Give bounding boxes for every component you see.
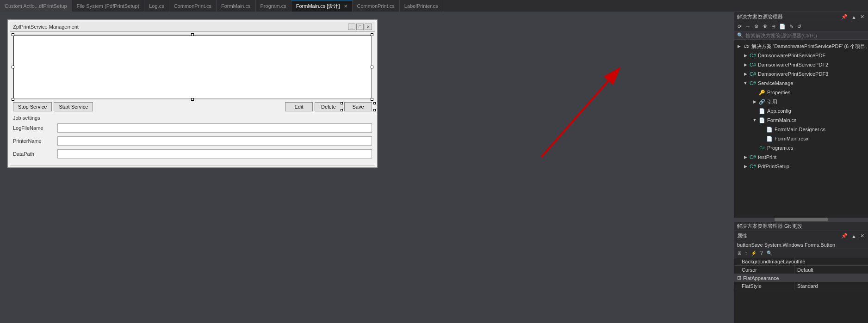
maximize-button[interactable]: □ xyxy=(356,24,364,30)
close-panel-icon[interactable]: ✕ xyxy=(859,13,865,20)
window-buttons: _ □ ✕ xyxy=(348,24,372,30)
start-service-button[interactable]: Start Service xyxy=(54,102,93,111)
se-sync-icon[interactable]: ⟳ xyxy=(736,23,743,30)
prop-val-flatstyle: Standard xyxy=(794,282,868,290)
datapath-input[interactable] xyxy=(57,149,372,158)
arrow-up-icon[interactable]: ▲ xyxy=(850,14,857,20)
form-buttons-row: Stop Service Start Service Edit Delete S… xyxy=(13,102,372,111)
appconfig-label: App.config xyxy=(767,107,791,115)
tree-project-3[interactable]: ▶ C# DamsonwarePrintServicePDF3 xyxy=(734,69,868,79)
tree-appconfig[interactable]: 📄 App.config xyxy=(734,106,868,116)
form-listbox xyxy=(13,35,372,99)
tree-project-2[interactable]: ▶ C# DamsonwarePrintServicePDF2 xyxy=(734,60,868,69)
solution-explorer-title: 解决方案资源管理器 xyxy=(737,13,783,20)
props-search-icon[interactable]: 🔍 xyxy=(765,250,774,256)
tab-formmain-design[interactable]: FormMain.cs [设计] ✕ xyxy=(291,0,353,12)
properties-title: 属性 xyxy=(737,232,747,239)
tab-log[interactable]: Log.cs xyxy=(144,0,169,12)
selection-handle-tr[interactable] xyxy=(371,33,373,36)
save-handle-top-left[interactable] xyxy=(341,102,343,104)
selection-handle-ml[interactable] xyxy=(12,66,14,68)
se-properties-icon[interactable]: ⚙ xyxy=(753,23,760,30)
se-scroll-thumb[interactable] xyxy=(775,218,828,221)
form-body: Stop Service Start Service Edit Delete S… xyxy=(10,32,375,165)
selection-handle-bl[interactable] xyxy=(12,98,14,101)
save-button[interactable]: Save xyxy=(344,102,372,111)
properties-header: 属性 📌 ▲ ✕ xyxy=(734,231,868,241)
edit-button[interactable]: Edit xyxy=(285,102,313,111)
prop-section-flatappearance: ⊞ FlatAppearance xyxy=(734,274,868,282)
project1-icon: C# xyxy=(749,52,756,59)
prop-val-bglayout: Tile xyxy=(794,257,868,265)
selection-handle-bm[interactable] xyxy=(191,98,194,101)
expand-programcs-icon xyxy=(751,144,758,152)
se-scrollbar[interactable] xyxy=(734,218,868,221)
save-handle-bottom-left[interactable] xyxy=(341,109,343,111)
prop-key-bglayout: BackgroundImageLayout xyxy=(734,257,794,265)
tree-project-1[interactable]: ▶ C# DamsonwarePrintServicePDF xyxy=(734,51,868,60)
props-table: BackgroundImageLayout Tile Cursor Defaul… xyxy=(734,257,868,323)
pdfprintsetup-icon: C# xyxy=(749,163,756,170)
tree-properties[interactable]: 🔑 Properties xyxy=(734,88,868,97)
se-search-input[interactable] xyxy=(745,33,865,38)
tab-labelprinter[interactable]: LabelPrinter.cs xyxy=(400,0,443,12)
tab-filesystem[interactable]: File System (PdfPrintSetup) xyxy=(72,0,145,12)
tab-formmain[interactable]: FormMain.cs xyxy=(217,0,256,12)
prop-row-cursor: Cursor Default xyxy=(734,266,868,274)
pin-icon[interactable]: 📌 xyxy=(840,13,849,20)
save-handle-top[interactable] xyxy=(373,102,376,104)
designer-icon: 📄 xyxy=(766,126,773,133)
selection-handle-br[interactable] xyxy=(371,98,373,101)
servicemanage-section: ▼ C# ServiceManage 🔑 Properties ▶ 🔗 引用 xyxy=(734,79,868,152)
se-new-file-icon[interactable]: 📄 xyxy=(778,23,787,30)
field-logfilename-row: LogFileName xyxy=(13,123,372,133)
close-button[interactable]: ✕ xyxy=(365,24,372,30)
delete-button[interactable]: Delete xyxy=(315,102,342,111)
props-pin-icon[interactable]: 📌 xyxy=(840,232,849,239)
tab-commonprint[interactable]: CommonPrint.cs xyxy=(169,0,217,12)
expand-project4-icon: ▼ xyxy=(742,79,749,87)
stop-service-button[interactable]: Stop Service xyxy=(13,102,52,111)
tree-references[interactable]: ▶ 🔗 引用 xyxy=(734,97,868,106)
references-icon: 🔗 xyxy=(758,98,766,105)
tab-commonprint2[interactable]: CommonPrint.cs xyxy=(353,0,400,12)
tab-program[interactable]: Program.cs xyxy=(256,0,291,12)
se-preview-icon[interactable]: 👁 xyxy=(761,23,769,30)
printername-input[interactable] xyxy=(57,136,372,146)
se-refresh-icon[interactable]: ↺ xyxy=(796,23,803,30)
se-filter-icon[interactable]: ⊟ xyxy=(770,23,777,30)
props-close-icon[interactable]: ✕ xyxy=(859,232,865,239)
selection-handle-tl[interactable] xyxy=(12,33,14,36)
tab-custom-action[interactable]: Custom Actio...dfPrintSetup xyxy=(0,0,72,12)
right-panel: 解决方案资源管理器 📌 ▲ ✕ ⟳ ← ⚙ 👁 ⊟ 📄 ✎ ↺ 🔍 xyxy=(734,12,868,323)
tree-formmain-designer[interactable]: 📄 FormMain.Designer.cs xyxy=(734,125,868,134)
tab-bar: Custom Actio...dfPrintSetup File System … xyxy=(0,0,868,12)
expand-project2-icon: ▶ xyxy=(742,61,749,69)
formmain-label: FormMain.cs xyxy=(767,116,797,124)
tree-formmain-resx[interactable]: 📄 FormMain.resx xyxy=(734,134,868,143)
programcs-icon: C# xyxy=(758,144,766,152)
props-sort-icon[interactable]: ↕ xyxy=(744,250,749,256)
tree-formmain[interactable]: ▼ 📄 FormMain.cs xyxy=(734,116,868,125)
tree-pdfprintsetup[interactable]: ▶ C# PdfPrintSetup xyxy=(734,162,868,171)
save-handle-bottom[interactable] xyxy=(373,109,376,111)
properties-label: Properties xyxy=(767,88,790,97)
minimize-button[interactable]: _ xyxy=(348,24,355,30)
props-arrow-icon[interactable]: ▲ xyxy=(850,233,857,239)
close-tab-icon[interactable]: ✕ xyxy=(344,4,347,9)
se-back-icon[interactable]: ← xyxy=(744,23,752,30)
selection-handle-tm[interactable] xyxy=(191,33,194,36)
solution-explorer-header: 解决方案资源管理器 📌 ▲ ✕ xyxy=(734,12,868,22)
expand-testprint-icon: ▶ xyxy=(742,153,749,161)
tree-testprint[interactable]: ▶ C# testPrint xyxy=(734,152,868,162)
save-button-wrapper: Save xyxy=(344,102,372,111)
selection-handle-mr[interactable] xyxy=(371,66,373,68)
tree-solution-root[interactable]: ▶ 🗂 解决方案 'DamsonwarePrintServicePDF' (6 … xyxy=(734,42,868,51)
tree-programcs[interactable]: C# Program.cs xyxy=(734,143,868,152)
logfilename-input[interactable] xyxy=(57,123,372,133)
tree-project-4[interactable]: ▼ C# ServiceManage xyxy=(734,79,868,88)
se-edit-icon[interactable]: ✎ xyxy=(788,23,795,30)
props-event-icon[interactable]: ⚡ xyxy=(750,250,758,256)
props-help-icon[interactable]: ? xyxy=(759,250,764,256)
props-grid-icon[interactable]: ⊞ xyxy=(736,250,743,256)
